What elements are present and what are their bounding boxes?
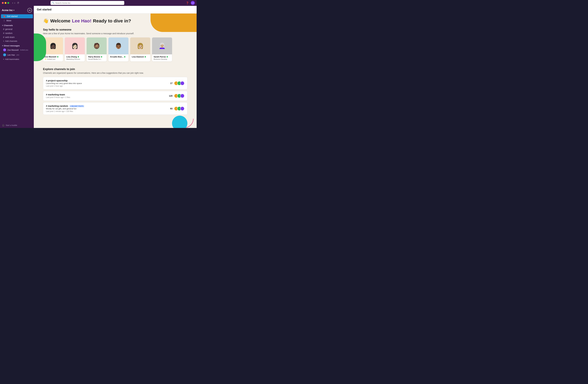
- welcome-suffix: Ready to dive in?: [93, 18, 131, 23]
- person-card[interactable]: 👨🏾 Arcadio Bue...: [108, 38, 128, 62]
- hash-icon: #: [3, 36, 4, 38]
- sidebar-item-get-started[interactable]: 🔖 Get started: [1, 14, 33, 18]
- member-count: 120: [169, 95, 172, 97]
- person-info: Zoe Maxwell ✨ Invited you: [43, 54, 63, 62]
- add-channels-button[interactable]: + Add channels: [1, 39, 33, 43]
- minimize-button[interactable]: [5, 2, 6, 4]
- welcome-text: Welcome: [50, 18, 70, 23]
- channel-card-info: # marketing-random3 RECENT POSTS Mostly …: [46, 105, 168, 112]
- channel-card-right: 17: [170, 81, 185, 85]
- channel-card-info: # project-spaceship Launching our very g…: [46, 79, 168, 87]
- dm-item-zoe-maxwell[interactable]: ZM Zoe Maxwell invited you: [1, 48, 33, 52]
- deco-cyan-circle: [172, 116, 188, 128]
- person-card[interactable]: 👩🏻 Lisa Zhang Marketing Director: [65, 38, 85, 62]
- chevron-down-icon: ▾: [13, 9, 14, 11]
- add-teammates-button[interactable]: + Add teammates: [1, 57, 33, 61]
- channel-card-meta: Last post 1 minute ago • 100 files: [46, 110, 168, 112]
- person-name: Sarah Parras: [154, 56, 170, 58]
- channel-explore-card[interactable]: # project-spaceship Launching our very g…: [43, 77, 188, 89]
- channel-card-name: # project-spaceship: [46, 79, 168, 82]
- history-button[interactable]: ⏱: [17, 1, 19, 4]
- say-hello-desc: Here are a few of your Acme Inc teammate…: [43, 32, 188, 35]
- person-name: Zoe Maxwell: [44, 56, 62, 58]
- person-name: Harry Boone: [88, 56, 105, 58]
- welcome-name: Lee Hao!: [72, 18, 91, 23]
- channel-card-name: # marketing-random3 RECENT POSTS: [46, 105, 168, 107]
- fullscreen-button[interactable]: [7, 2, 9, 4]
- hash-icon: #: [3, 32, 4, 34]
- search-bar[interactable]: 🔍: [51, 1, 124, 5]
- person-info: Lisa Dawson: [130, 54, 150, 60]
- back-button[interactable]: ‹: [12, 1, 13, 4]
- hash-icon: #: [3, 28, 4, 30]
- person-title: Business Develop: [154, 58, 170, 60]
- welcome-title: 👋 Welcome Lee Hao! Ready to dive in?: [43, 18, 188, 23]
- person-photo: 👩🏼‍🦳: [152, 38, 172, 54]
- people-cards: 👩🏿 Zoe Maxwell ✨ Invited you 👩🏻 Lisa Zha…: [43, 38, 188, 62]
- channels-section-header[interactable]: ▾ Channels: [0, 23, 34, 27]
- explore-title: Explore channels to join: [43, 68, 188, 71]
- person-card[interactable]: 👩🏼 Lisa Dawson: [130, 38, 150, 62]
- channel-card-right: 120: [169, 94, 185, 98]
- sidebar-channel-general[interactable]: # general: [1, 27, 33, 31]
- channel-explore-card[interactable]: # marketing-random3 RECENT POSTS Mostly …: [43, 102, 188, 115]
- online-status-dot: [145, 56, 146, 57]
- person-name: Arcadio Bue...: [110, 56, 127, 58]
- member-avatar-chip: [180, 94, 185, 98]
- sidebar-header: Acme Inc ▾ ✏: [0, 6, 34, 14]
- deco-green-shape: [34, 34, 46, 61]
- dm-section-header[interactable]: ▾ Direct messages: [0, 43, 34, 47]
- close-button[interactable]: [2, 2, 4, 4]
- nav-buttons: ‹ › ⏱: [12, 1, 19, 4]
- get-started-icon: 🔖: [3, 15, 6, 18]
- channel-card-meta: Last post 5 hours ago • 2 files: [46, 96, 167, 98]
- plus-icon: +: [3, 40, 4, 42]
- person-photo: 👩🏻: [65, 38, 85, 54]
- member-avatar-chip: [180, 107, 185, 111]
- person-photo: 👩🏼: [130, 38, 150, 54]
- workspace-name[interactable]: Acme Inc ▾: [2, 9, 14, 12]
- person-title: Marketing Director: [66, 58, 83, 60]
- member-count: 93: [170, 107, 172, 110]
- member-avatars: [174, 94, 185, 98]
- main-body: 👋 Welcome Lee Hao! Ready to dive in? Say…: [34, 14, 197, 128]
- person-info: Sarah Parras Business Develop: [152, 54, 172, 61]
- compose-button[interactable]: ✏: [27, 8, 32, 13]
- sidebar: Acme Inc ▾ ✏ 🔖 Get started ⋮ More ▾ Chan…: [0, 6, 34, 128]
- explore-desc: Channels are organized spaces for conver…: [43, 72, 188, 74]
- sidebar-channel-web-team[interactable]: # web-team: [1, 35, 33, 39]
- main-header: Get started: [34, 6, 197, 14]
- member-avatar-chip: [180, 81, 185, 85]
- person-card[interactable]: 👩🏼‍🦳 Sarah Parras Business Develop: [152, 38, 172, 62]
- channels-section: Explore channels to join Channels are or…: [43, 68, 188, 115]
- page-title: Get started: [37, 8, 51, 11]
- search-icon: 🔍: [52, 2, 54, 4]
- channel-explore-card[interactable]: # marketing-team Last post 5 hours ago •…: [43, 91, 188, 101]
- channel-card-desc: Mostly for cat gifs, and general fun: [46, 107, 168, 110]
- person-info: Lisa Zhang Marketing Director: [65, 54, 85, 61]
- person-photo: 🧔🏽: [87, 38, 106, 54]
- huddle-icon: 🎧: [2, 124, 4, 127]
- sidebar-item-more[interactable]: ⋮ More: [1, 19, 33, 22]
- help-icon[interactable]: ❓: [186, 1, 189, 4]
- online-status-dot: [124, 56, 125, 57]
- search-input[interactable]: [55, 2, 123, 4]
- dm-chevron-icon: ▾: [2, 45, 3, 46]
- channel-card-info: # marketing-team Last post 5 hours ago •…: [46, 93, 167, 98]
- online-status-dot: [57, 56, 58, 57]
- person-card[interactable]: 🧔🏽 Harry Boone Social Media Co...: [87, 38, 106, 62]
- online-status-dot: [101, 56, 102, 57]
- online-status-dot: [78, 56, 79, 57]
- forward-button[interactable]: ›: [14, 1, 15, 4]
- user-avatar[interactable]: LH: [191, 1, 195, 5]
- dm-item-lee-hao[interactable]: LH Lee Hao you: [1, 53, 33, 57]
- member-count: 17: [170, 82, 172, 85]
- plus-icon: +: [3, 58, 4, 60]
- member-avatars: [174, 107, 185, 111]
- channel-card-right: 93: [170, 107, 185, 111]
- app-layout: Acme Inc ▾ ✏ 🔖 Get started ⋮ More ▾ Chan…: [0, 6, 197, 128]
- sidebar-channel-random[interactable]: # random: [1, 31, 33, 35]
- online-status-dot: [167, 56, 168, 57]
- traffic-lights: [2, 2, 9, 4]
- titlebar: ‹ › ⏱ 🔍 ❓ LH: [0, 0, 197, 6]
